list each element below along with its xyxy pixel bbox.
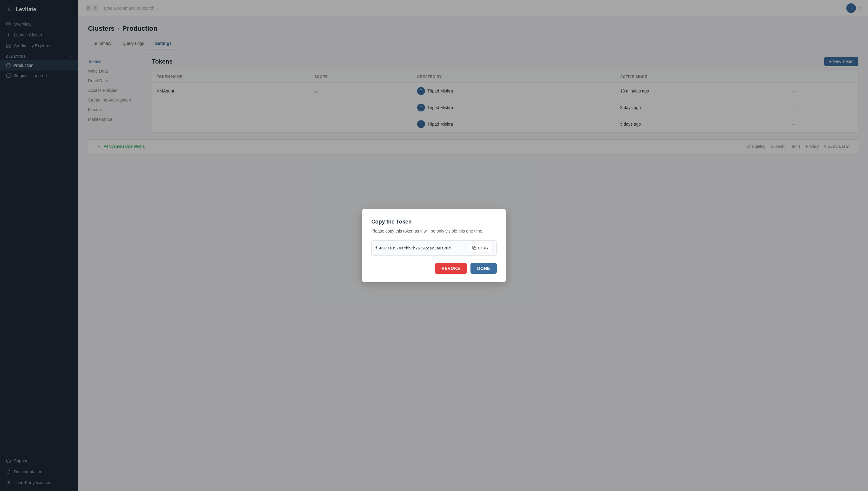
copy-token-modal: Copy the Token Please copy this token as…: [362, 209, 506, 282]
done-button[interactable]: DONE: [471, 263, 497, 274]
main-content: ⌘ K Type a command or search... T ▾ Clus…: [78, 0, 868, 491]
token-value: f60077e3570acbb7b26392dec3a8a20d: [375, 246, 465, 250]
modal-title: Copy the Token: [371, 219, 497, 225]
token-box: f60077e3570acbb7b26392dec3a8a20d COPY: [371, 240, 497, 256]
modal-overlay[interactable]: Copy the Token Please copy this token as…: [0, 0, 868, 491]
copy-button[interactable]: COPY: [468, 244, 493, 253]
revoke-button[interactable]: REVOKE: [435, 263, 467, 274]
copy-label: COPY: [478, 246, 489, 250]
modal-description: Please copy this token as it will be onl…: [371, 228, 497, 234]
modal-actions: REVOKE DONE: [371, 263, 497, 274]
copy-icon: [472, 246, 476, 250]
svg-rect-19: [474, 247, 476, 250]
